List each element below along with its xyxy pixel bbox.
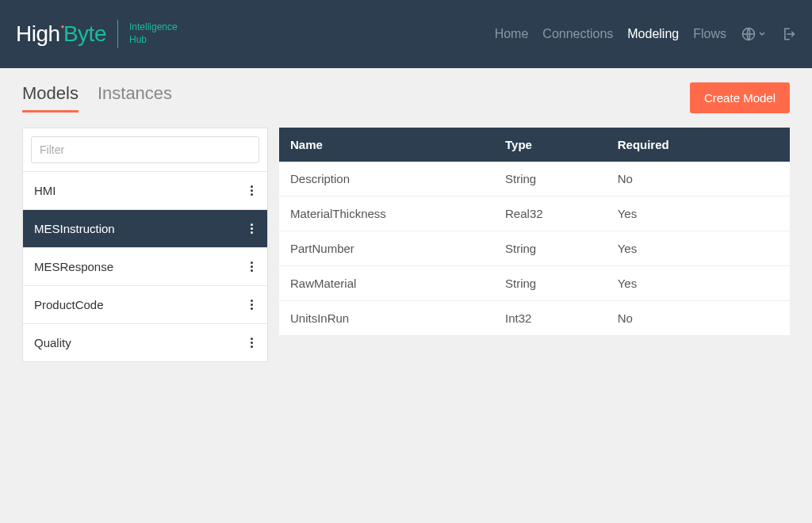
logo-section: High●Byte Intelligence Hub [16,20,178,48]
globe-icon[interactable] [741,26,766,42]
kebab-icon[interactable] [247,220,256,237]
model-sidebar: HMI MESInstruction MESResponse ProductCo… [22,128,268,362]
tab-instances[interactable]: Instances [98,83,172,113]
app-header: High●Byte Intelligence Hub Home Connecti… [0,0,812,68]
filter-wrap [23,128,267,171]
model-item-quality[interactable]: Quality [23,323,267,361]
cell-required: Yes [618,207,779,220]
cell-required: Yes [618,277,779,290]
nav-flows[interactable]: Flows [693,27,726,41]
header-name: Name [290,138,505,151]
header-required: Required [618,138,779,151]
cell-type: String [505,172,618,185]
table-row: PartNumber String Yes [279,231,790,266]
model-item-label: Quality [34,336,71,349]
cell-name: UnitsInRun [290,311,505,325]
nav-connections[interactable]: Connections [542,27,613,41]
model-item-mesinstruction[interactable]: MESInstruction [23,209,267,247]
brand-logo: High●Byte [16,21,106,47]
cell-type: String [505,277,618,290]
table-row: UnitsInRun Int32 No [279,301,790,336]
tab-models[interactable]: Models [22,83,79,113]
top-nav: Home Connections Modeling Flows [495,26,796,42]
header-type: Type [505,138,618,151]
brand-name-part1: High [16,21,60,46]
table-row: MaterialThickness Real32 Yes [279,197,790,231]
cell-name: PartNumber [290,242,505,255]
logo-divider [117,20,118,48]
brand-dot-icon: ● [61,23,64,30]
table-header: Name Type Required [279,128,790,162]
tabs: Models Instances [22,83,172,113]
brand-name-part2: Byte [63,21,106,46]
cell-type: Real32 [505,207,618,220]
table-row: Description String No [279,162,790,197]
kebab-icon[interactable] [247,296,256,313]
cell-name: RawMaterial [290,277,505,290]
kebab-icon[interactable] [247,334,256,351]
model-item-label: MESResponse [34,260,113,273]
cell-type: Int32 [505,311,618,325]
nav-home[interactable]: Home [495,27,529,41]
content-area: Models Instances Create Model HMI MESIns… [0,68,812,376]
main-area: HMI MESInstruction MESResponse ProductCo… [22,128,790,362]
brand-subtitle-line1: Intelligence [129,21,178,34]
kebab-icon[interactable] [247,258,256,275]
model-item-label: ProductCode [34,298,104,311]
logout-icon[interactable] [780,26,796,42]
kebab-icon[interactable] [247,182,256,199]
model-list: HMI MESInstruction MESResponse ProductCo… [23,171,267,361]
brand-subtitle-line2: Hub [129,34,178,47]
filter-input[interactable] [31,136,259,163]
model-item-mesresponse[interactable]: MESResponse [23,247,267,285]
create-model-button[interactable]: Create Model [690,82,790,113]
cell-name: Description [290,172,505,185]
attribute-table: Name Type Required Description String No… [279,128,790,362]
model-item-label: MESInstruction [34,222,115,235]
cell-type: String [505,242,618,255]
tabs-row: Models Instances Create Model [22,82,790,113]
brand-subtitle: Intelligence Hub [129,21,178,46]
nav-modeling[interactable]: Modeling [627,27,679,41]
model-item-productcode[interactable]: ProductCode [23,285,267,323]
cell-required: Yes [618,242,779,255]
table-row: RawMaterial String Yes [279,266,790,301]
model-item-hmi[interactable]: HMI [23,171,267,209]
cell-required: No [618,172,779,185]
cell-required: No [618,311,779,325]
model-item-label: HMI [34,184,56,197]
cell-name: MaterialThickness [290,207,505,220]
